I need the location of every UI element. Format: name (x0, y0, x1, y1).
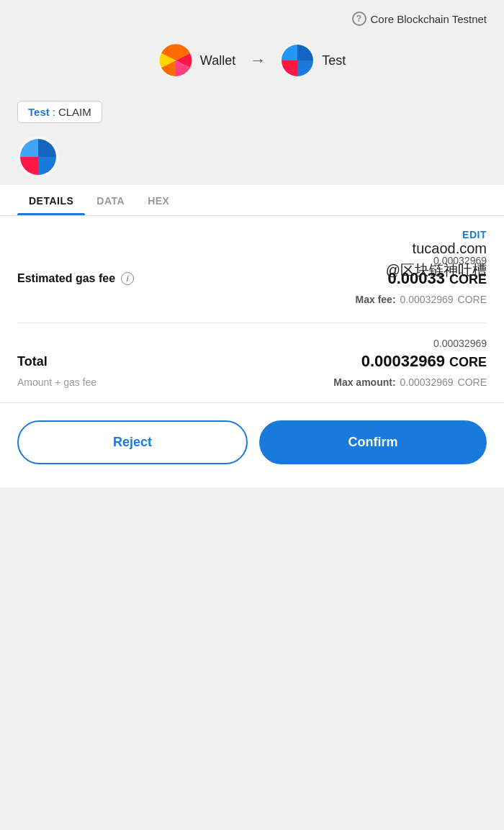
transfer-arrow: → (250, 51, 266, 70)
confirm-button[interactable]: Confirm (259, 420, 487, 464)
network-bar: ? Core Blockchain Testnet (0, 0, 504, 35)
tabs-section: DETAILS DATA HEX (0, 185, 504, 216)
tag-separator: : (53, 106, 55, 118)
gas-label-text: Estimated gas fee (17, 272, 115, 285)
transfer-header: Wallet → Test (0, 35, 504, 92)
total-sub-label: Amount + gas fee (17, 376, 96, 388)
gas-small-value: 0.00032969 (433, 255, 487, 266)
network-name: Core Blockchain Testnet (371, 13, 487, 25)
total-small-value: 0.00032969 (433, 338, 487, 349)
tag-action: CLAIM (58, 106, 91, 118)
tab-hex[interactable]: HEX (136, 185, 181, 215)
contract-avatar (17, 136, 59, 178)
total-label: Total (17, 354, 48, 369)
from-wallet: Wallet (158, 43, 235, 78)
total-value-big: 0.00032969 (361, 352, 445, 371)
to-wallet-label: Test (322, 53, 346, 68)
gas-main-row: Estimated gas fee i 0.00033 CORE (17, 269, 487, 288)
main-content: EDIT 0.00032969 Estimated gas fee i 0.00… (0, 216, 504, 402)
gas-info-icon[interactable]: i (121, 272, 134, 285)
tab-data[interactable]: DATA (85, 185, 136, 215)
reject-button[interactable]: Reject (17, 420, 248, 464)
gas-max-row: Max fee: 0.00032969 CORE (17, 294, 487, 305)
contract-avatar-section (0, 126, 504, 185)
edit-row: EDIT (17, 216, 487, 248)
total-value-group: 0.00032969 CORE (361, 352, 487, 371)
total-max-label: Max amount: (333, 376, 395, 388)
total-max-unit: CORE (458, 376, 487, 388)
edit-button[interactable]: EDIT (462, 229, 487, 240)
bottom-buttons: Reject Confirm (0, 403, 504, 487)
help-icon[interactable]: ? (352, 12, 366, 26)
total-max-value: 0.00032969 (400, 376, 454, 388)
gas-label: Estimated gas fee i (17, 272, 134, 285)
gas-max-label: Max fee: (356, 294, 396, 305)
from-wallet-label: Wallet (200, 53, 235, 68)
divider-1 (17, 322, 487, 323)
tag-prefix: Test (28, 106, 50, 118)
tag-section: Test : CLAIM (0, 92, 504, 126)
to-avatar (280, 43, 315, 78)
gas-top-row: 0.00032969 (17, 255, 487, 266)
total-top-row: 0.00032969 (17, 338, 487, 349)
gas-max-unit: CORE (458, 294, 487, 305)
gas-value-group: 0.00033 CORE (387, 269, 487, 288)
total-bottom-row: Amount + gas fee Max amount: 0.00032969 … (17, 376, 487, 388)
from-avatar (158, 43, 193, 78)
total-main-row: Total 0.00032969 CORE (17, 352, 487, 371)
gas-value-big: 0.00033 (387, 269, 445, 288)
page-wrapper: ? Core Blockchain Testnet Wallet → (0, 0, 504, 487)
tab-details[interactable]: DETAILS (17, 185, 85, 215)
gas-max-value: 0.00032969 (400, 294, 454, 305)
gas-section: 0.00032969 Estimated gas fee i 0.00033 C… (17, 248, 487, 320)
to-wallet: Test (280, 43, 346, 78)
gas-value-unit: CORE (449, 272, 487, 287)
total-value-unit: CORE (449, 355, 487, 370)
total-max-group: Max amount: 0.00032969 CORE (333, 376, 487, 388)
claim-tag: Test : CLAIM (17, 101, 102, 123)
total-section: 0.00032969 Total 0.00032969 CORE Amount … (17, 326, 487, 402)
